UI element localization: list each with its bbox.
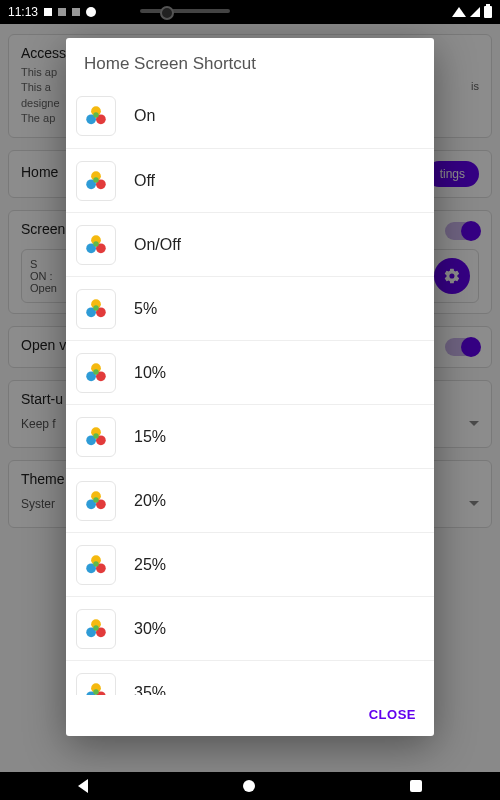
status-notif-icon (72, 8, 80, 16)
status-bar: 11:13 (0, 0, 500, 24)
option-label: 35% (134, 684, 166, 696)
svg-point-19 (93, 369, 98, 374)
option-icon (76, 353, 116, 393)
app-logo-icon (83, 296, 109, 322)
app-logo-icon (83, 680, 109, 696)
home-icon[interactable] (243, 780, 255, 792)
svg-point-3 (93, 112, 98, 117)
svg-point-15 (93, 305, 98, 310)
svg-point-7 (93, 177, 98, 182)
option-icon (76, 481, 116, 521)
option-label: 30% (134, 620, 166, 638)
option-icon (76, 161, 116, 201)
option-label: Off (134, 172, 155, 190)
shortcut-option[interactable]: 30% (66, 596, 434, 660)
option-icon (76, 417, 116, 457)
app-logo-icon (83, 488, 109, 514)
shortcut-dialog: Home Screen Shortcut On Off On/Off 5% 10… (66, 38, 434, 736)
back-icon[interactable] (78, 779, 88, 793)
shortcut-option[interactable]: 25% (66, 532, 434, 596)
battery-icon (484, 6, 492, 18)
shortcut-option[interactable]: 10% (66, 340, 434, 404)
option-icon (76, 289, 116, 329)
shortcut-option[interactable]: 35% (66, 660, 434, 695)
option-icon (76, 96, 116, 136)
option-label: 15% (134, 428, 166, 446)
app-logo-icon (83, 616, 109, 642)
option-icon (76, 225, 116, 265)
brightness-slider[interactable] (140, 9, 230, 13)
svg-point-35 (93, 625, 98, 630)
option-label: On (134, 107, 155, 125)
status-notif-icon (44, 8, 52, 16)
option-icon (76, 673, 116, 696)
svg-point-39 (93, 689, 98, 694)
option-label: 25% (134, 556, 166, 574)
option-label: 5% (134, 300, 157, 318)
shortcut-option[interactable]: 5% (66, 276, 434, 340)
option-label: 10% (134, 364, 166, 382)
status-notif-icon (58, 8, 66, 16)
shortcut-option[interactable]: 20% (66, 468, 434, 532)
navigation-bar (0, 772, 500, 800)
recents-icon[interactable] (410, 780, 422, 792)
app-logo-icon (83, 103, 109, 129)
shortcut-option[interactable]: 15% (66, 404, 434, 468)
option-icon (76, 609, 116, 649)
svg-point-27 (93, 497, 98, 502)
app-logo-icon (83, 232, 109, 258)
dialog-title: Home Screen Shortcut (66, 38, 434, 84)
option-label: 20% (134, 492, 166, 510)
app-logo-icon (83, 168, 109, 194)
close-button[interactable]: CLOSE (369, 707, 416, 722)
svg-point-23 (93, 433, 98, 438)
svg-point-11 (93, 241, 98, 246)
status-time: 11:13 (8, 5, 38, 19)
shortcut-option[interactable]: On (66, 84, 434, 148)
app-logo-icon (83, 360, 109, 386)
svg-point-31 (93, 561, 98, 566)
shortcut-option[interactable]: On/Off (66, 212, 434, 276)
dialog-option-list: On Off On/Off 5% 10% 15% 20% 25% (66, 84, 434, 695)
status-app-icon (86, 7, 96, 17)
option-icon (76, 545, 116, 585)
app-logo-icon (83, 552, 109, 578)
shortcut-option[interactable]: Off (66, 148, 434, 212)
option-label: On/Off (134, 236, 181, 254)
app-logo-icon (83, 424, 109, 450)
signal-icon (470, 7, 480, 17)
wifi-icon (452, 7, 466, 17)
